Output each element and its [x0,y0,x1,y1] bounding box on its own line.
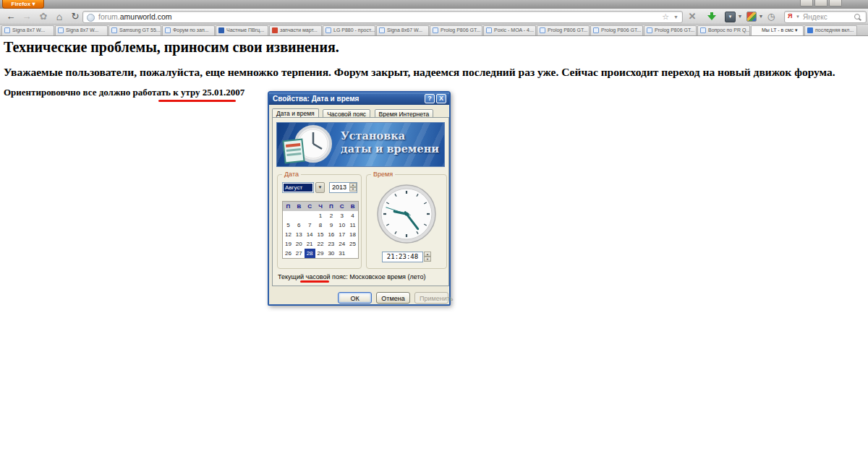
year-spin-buttons[interactable]: ▲▼ [349,183,357,192]
calendar-day[interactable]: 21 [305,239,315,249]
calendar-day[interactable]: 23 [326,239,336,249]
calendar-day[interactable]: 3 [336,211,347,220]
browser-tab[interactable]: запчасти март... [269,25,322,35]
tab-strip[interactable]: Signa 8x7 W...Signa 8x7 W...Samsung GT 5… [0,25,868,36]
browser-tab[interactable]: Форум по зап... [162,25,215,35]
spin-down-icon[interactable]: ▼ [349,187,357,192]
red-underline-annotation [158,100,236,102]
browser-tab[interactable]: Prolog P806 GT... [644,25,697,35]
calendar-day[interactable]: 16 [326,230,336,239]
calendar-weekday: В [347,202,358,211]
month-combobox[interactable]: Август [282,182,314,193]
site-identity-icon[interactable] [87,14,95,22]
browser-tab[interactable]: Samsung GT 55... [109,25,161,35]
time-field[interactable]: 21:23:48 [382,252,423,262]
dialog-close-button[interactable]: X [436,94,446,103]
url-text[interactable]: forum.amurworld.com [98,12,172,22]
firefox-menu-button[interactable]: Firefox ▾ [2,0,44,9]
search-engine-dropdown-icon[interactable]: ▼ [796,12,800,22]
calendar-day[interactable]: 13 [294,230,305,239]
calendar-day[interactable]: 11 [347,220,358,230]
apply-button[interactable]: Применить [414,292,448,304]
calendar-day[interactable]: 7 [305,220,315,230]
downloads-button[interactable] [707,12,716,20]
calendar-grid[interactable]: ПВСЧПСВ123456789101112131415161718192021… [282,201,359,259]
calendar-day[interactable]: 1 [315,211,326,220]
year-spinner[interactable]: 2013 ▲▼ [329,182,357,193]
browser-tab[interactable]: LG P880 - прост... [323,25,375,35]
history-button[interactable]: ◷ [765,9,777,25]
calendar-day[interactable]: 31 [336,249,347,258]
calendar-day[interactable]: 20 [294,239,305,249]
cancel-button[interactable]: Отмена [376,292,410,304]
url-dropdown-icon[interactable]: ▼ [673,12,678,22]
yandex-bar-home-icon[interactable] [746,12,757,22]
search-box[interactable]: Я ▼ Яндекс [784,11,867,23]
forward-button[interactable]: → [20,9,33,25]
tab-label: Prolog P806 GT... [548,27,587,33]
bookmark-star-icon[interactable]: ☆ [662,12,669,22]
url-bar[interactable]: forum.amurworld.com ☆ ▼ [82,11,683,23]
bookmarks-panel-button[interactable]: ▾ [725,12,736,22]
tab-favicon [433,27,438,33]
calendar-day[interactable]: 24 [336,239,347,249]
ok-button[interactable]: ОК [338,292,372,304]
calendar-day[interactable]: 29 [315,249,326,258]
page-heading: Технические проблемы, приносим свои изви… [4,39,339,56]
minimize-button[interactable] [800,0,813,7]
search-magnifier-icon[interactable] [854,14,860,20]
calendar-day[interactable]: 9 [326,220,336,230]
tab-favicon [165,27,171,33]
dialog-titlebar[interactable]: Свойства: Дата и время ? X [269,93,449,105]
calendar-day[interactable]: 19 [283,239,294,249]
restore-button[interactable] [814,0,827,7]
calendar-day[interactable]: 10 [336,220,347,230]
calendar-day[interactable]: 14 [305,230,315,239]
browser-tab[interactable]: Signa 8x67 W... [376,25,429,35]
calendar-day[interactable]: 4 [347,211,358,220]
window-controls [800,0,842,7]
calendar-day[interactable]: 30 [326,249,336,258]
browser-tab[interactable]: Частные ПВгц... [216,25,268,35]
calendar-day[interactable]: 5 [283,220,294,230]
calendar-day[interactable]: 8 [315,220,326,230]
browser-tab[interactable]: Prolog P806 GT... [590,25,643,35]
calendar-day[interactable]: 2 [326,211,336,220]
browser-tab[interactable]: Мы LT - в смс ▾ [751,25,804,35]
browser-tab[interactable]: Prolog P806 GT... [537,25,590,35]
time-group: Время 21:23:48 ▲▼ [366,174,447,269]
calendar-day[interactable]: 15 [315,230,326,239]
browser-tab[interactable]: Signa 8x7 W... [55,25,108,35]
calendar-day[interactable]: 18 [347,230,358,239]
toolbar-dropdown-icon[interactable]: ▼ [757,9,765,25]
calendar-day[interactable]: 6 [294,220,305,230]
browser-tab[interactable]: Poxic - MOA - 4... [483,25,536,35]
browser-tab[interactable]: Вопрос по PR Q... [697,25,750,35]
bookmarks-dropdown-icon[interactable]: ▼ [736,9,744,25]
calendar-day[interactable]: 27 [294,249,305,258]
calendar-day[interactable]: 12 [283,230,294,239]
back-button[interactable]: ← [4,9,17,25]
time-spin-buttons[interactable]: ▲▼ [424,252,431,262]
calendar-day[interactable]: 26 [283,249,294,258]
reload-button[interactable]: ↻ [69,9,81,25]
spin-down-icon[interactable]: ▼ [424,257,431,262]
tab-label: Poxic - MOA - 4... [494,27,534,33]
calendar-weekday: В [294,202,305,211]
stop-button[interactable]: ✕ [686,9,699,25]
browser-tab[interactable]: Prolog P806 GT... [430,25,482,35]
browser-tab[interactable]: Signa 8x7 W... [1,25,54,35]
extension-icon[interactable]: ✿ [38,9,49,25]
yandex-engine-icon[interactable]: Я [788,12,792,20]
calendar-day[interactable]: 17 [336,230,347,239]
calendar-day[interactable]: 25 [347,239,358,249]
url-subdomain: forum. [98,12,120,21]
spin-up-icon[interactable]: ▲ [424,252,431,257]
calendar-day[interactable]: 22 [315,239,326,249]
close-button[interactable] [829,0,842,7]
home-button[interactable]: ⌂ [54,9,65,25]
dialog-help-button[interactable]: ? [425,94,435,103]
month-dropdown-button[interactable]: ▼ [315,182,325,193]
calendar-day[interactable]: 28 [305,249,315,258]
browser-tab[interactable]: последняя вкл... [804,25,857,35]
